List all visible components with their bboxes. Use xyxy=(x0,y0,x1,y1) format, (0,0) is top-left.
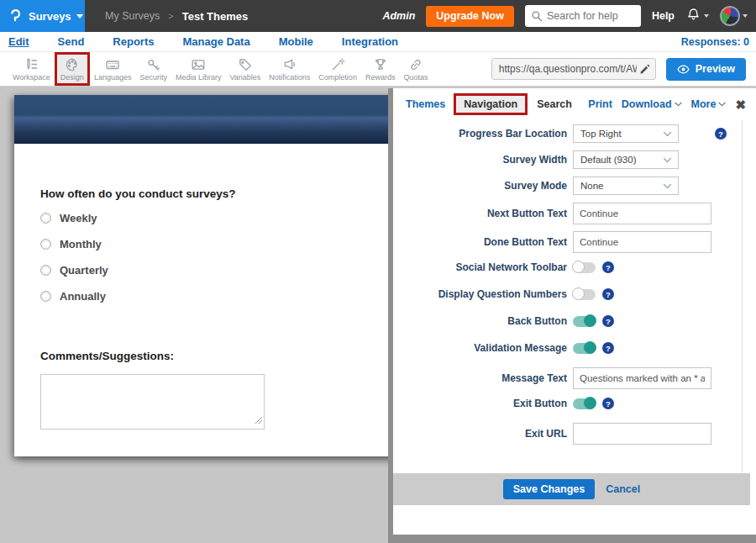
topbar-right-group: Admin Upgrade Now Help xyxy=(382,5,756,27)
upgrade-now-button[interactable]: Upgrade Now xyxy=(426,6,514,27)
nav-tab-send[interactable]: Send xyxy=(44,35,99,48)
field-label-social-network-toolbar: Social Network Toolbar xyxy=(393,261,567,273)
nav-tab-manage-data[interactable]: Manage Data xyxy=(168,35,264,48)
exit-url-input[interactable] xyxy=(573,423,711,445)
help-icon[interactable]: ? xyxy=(602,315,614,327)
breadcrumb-my-surveys[interactable]: My Surveys xyxy=(105,10,160,22)
validation-message-toggle[interactable] xyxy=(573,343,596,354)
display-question-numbers-toggle[interactable] xyxy=(573,289,596,300)
toolbar-item-label: Notifications xyxy=(269,73,310,82)
notifications-bell-menu[interactable] xyxy=(685,7,709,26)
save-changes-button[interactable]: Save Changes xyxy=(503,479,595,499)
radio-button[interactable] xyxy=(40,265,51,276)
setting-row-message-text: Message Text xyxy=(393,367,742,389)
chevron-down-icon xyxy=(704,14,709,18)
design-toolbar: WorkspaceDesignLanguagesSecurityMedia Li… xyxy=(0,52,756,87)
setting-row-exit-url: Exit URL xyxy=(393,423,742,445)
toolbar-item-label: Security xyxy=(139,73,167,82)
message-text-input[interactable] xyxy=(573,367,711,389)
toolbar-item-label: Workspace xyxy=(13,73,50,82)
panel-tab-themes[interactable]: Themes xyxy=(406,98,445,110)
chevron-down-icon xyxy=(663,183,672,189)
help-icon[interactable]: ? xyxy=(602,288,614,300)
field-label-progress-bar-location: Progress Bar Location xyxy=(393,128,567,140)
cancel-link[interactable]: Cancel xyxy=(606,483,640,495)
preview-button[interactable]: Preview xyxy=(666,58,746,81)
download-menu[interactable]: Download xyxy=(622,98,682,110)
close-icon[interactable]: ✖ xyxy=(735,98,746,111)
breadcrumb: My Surveys > Test Themes xyxy=(105,10,248,23)
breadcrumb-separator: > xyxy=(168,11,173,21)
setting-row-survey-mode: Survey ModeNone xyxy=(393,177,742,195)
setting-row-display-question-numbers: Display Question Numbers? xyxy=(393,287,742,302)
toolbar-item-quotas[interactable]: Quotas xyxy=(399,52,432,86)
social-network-toolbar-toggle[interactable] xyxy=(573,262,596,273)
toolbar-item-completion[interactable]: Completion xyxy=(314,52,361,86)
survey-mode-select[interactable]: None xyxy=(573,177,679,195)
back-button-toggle[interactable] xyxy=(573,316,596,327)
radio-button[interactable] xyxy=(40,239,51,250)
setting-row-survey-width: Survey WidthDefault (930) xyxy=(393,150,742,169)
field-label-survey-width: Survey Width xyxy=(393,154,567,166)
radio-button[interactable] xyxy=(40,213,51,224)
field-label-validation-message: Validation Message xyxy=(393,342,567,354)
survey-width-select[interactable]: Default (930) xyxy=(573,150,679,169)
nav-tab-reports[interactable]: Reports xyxy=(98,35,168,48)
toolbar-item-rewards[interactable]: Rewards xyxy=(361,52,400,86)
surveys-product-menu[interactable]: Surveys xyxy=(0,0,85,32)
toolbar-item-media-library[interactable]: Media Library xyxy=(171,52,226,86)
setting-row-back-button: Back Button? xyxy=(393,314,742,329)
panel-actions: Print Download More ✖ xyxy=(588,98,746,111)
toolbar-item-languages[interactable]: Languages xyxy=(90,52,136,86)
exit-button-toggle[interactable] xyxy=(573,398,596,409)
toolbar-item-security[interactable]: Security xyxy=(135,52,171,86)
field-label-done-button-text: Done Button Text xyxy=(393,236,567,248)
media-library-icon xyxy=(190,56,207,73)
survey-comments-textarea[interactable] xyxy=(40,374,265,430)
field-label-exit-button: Exit Button xyxy=(393,398,567,409)
select-value: Default (930) xyxy=(580,155,663,165)
answer-option-label: Quarterly xyxy=(60,264,108,277)
field-label-display-question-numbers: Display Question Numbers xyxy=(393,288,567,300)
answer-option-annually: Annually xyxy=(40,290,108,303)
comments-textarea-wrap xyxy=(40,374,265,430)
languages-icon xyxy=(104,56,121,73)
help-icon[interactable]: ? xyxy=(602,261,614,273)
toolbar-item-workspace[interactable]: Workspace xyxy=(8,52,55,86)
print-link[interactable]: Print xyxy=(588,98,612,110)
help-icon[interactable]: ? xyxy=(715,128,727,140)
setting-row-validation-message: Validation Message? xyxy=(393,340,742,356)
toolbar-item-label: Rewards xyxy=(365,73,396,82)
chevron-down-icon xyxy=(663,131,672,137)
toolbar-item-design[interactable]: Design xyxy=(55,52,90,86)
eye-icon xyxy=(677,65,690,74)
answer-option-label: Annually xyxy=(60,290,106,303)
toolbar-item-notifications[interactable]: Notifications xyxy=(265,52,314,86)
account-menu[interactable] xyxy=(720,6,748,26)
toggle-knob xyxy=(584,314,596,327)
done-button-text-input[interactable] xyxy=(573,231,711,253)
panel-tab-search[interactable]: Search xyxy=(537,98,572,110)
responses-count[interactable]: Responses: 0 xyxy=(681,36,756,48)
panel-tab-navigation[interactable]: Navigation xyxy=(454,93,528,115)
next-button-text-input[interactable] xyxy=(573,203,711,224)
toolbar-item-label: Media Library xyxy=(176,73,222,82)
breadcrumb-current-survey: Test Themes xyxy=(182,10,249,23)
help-link[interactable]: Help xyxy=(652,10,675,22)
pencil-icon[interactable] xyxy=(639,64,650,75)
answer-option-label: Weekly xyxy=(60,212,97,224)
nav-tab-mobile[interactable]: Mobile xyxy=(265,35,328,48)
radio-button[interactable] xyxy=(40,291,51,302)
survey-answer-options: WeeklyMonthlyQuarterlyAnnually xyxy=(40,212,108,303)
nav-tab-edit[interactable]: Edit xyxy=(0,35,44,48)
setting-row-exit-button: Exit Button? xyxy=(393,396,742,411)
help-icon[interactable]: ? xyxy=(602,342,614,354)
notifications-icon xyxy=(281,56,298,73)
progress-bar-location-select[interactable]: Top Right xyxy=(573,124,679,143)
more-menu[interactable]: More xyxy=(691,98,727,110)
toolbar-item-label: Variables xyxy=(229,73,260,82)
nav-tab-integration[interactable]: Integration xyxy=(328,35,412,48)
help-icon[interactable]: ? xyxy=(602,398,614,409)
survey-url-input[interactable] xyxy=(492,63,639,75)
toolbar-item-variables[interactable]: Variables xyxy=(225,52,265,86)
